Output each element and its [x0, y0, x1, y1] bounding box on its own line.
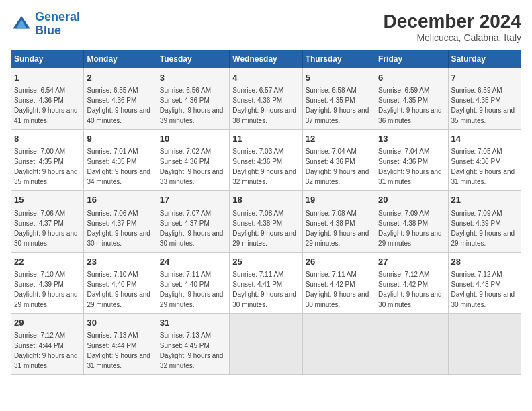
day-number: 29 [14, 317, 81, 329]
calendar-cell: 2 Sunrise: 6:55 AMSunset: 4:36 PMDayligh… [84, 68, 157, 130]
calendar-cell: 1 Sunrise: 6:54 AMSunset: 4:36 PMDayligh… [11, 68, 84, 130]
col-tuesday: Tuesday [157, 50, 229, 68]
day-info: Sunrise: 7:11 AMSunset: 4:42 PMDaylight:… [306, 271, 369, 308]
col-wednesday: Wednesday [230, 50, 302, 68]
day-info: Sunrise: 7:10 AMSunset: 4:40 PMDaylight:… [87, 271, 150, 308]
day-info: Sunrise: 7:10 AMSunset: 4:39 PMDaylight:… [14, 271, 78, 308]
day-info: Sunrise: 7:12 AMSunset: 4:43 PMDaylight:… [451, 271, 515, 308]
calendar-week-row: 1 Sunrise: 6:54 AMSunset: 4:36 PMDayligh… [11, 68, 521, 130]
calendar-cell: 11 Sunrise: 7:03 AMSunset: 4:36 PMDaylig… [230, 130, 302, 191]
day-info: Sunrise: 7:05 AMSunset: 4:36 PMDaylight:… [451, 148, 515, 185]
day-number: 3 [160, 72, 226, 84]
calendar-cell: 21 Sunrise: 7:09 AMSunset: 4:39 PMDaylig… [448, 191, 521, 252]
page-title: December 2024 [384, 11, 521, 32]
day-info: Sunrise: 7:03 AMSunset: 4:36 PMDaylight:… [232, 148, 296, 185]
day-number: 28 [451, 256, 518, 268]
day-info: Sunrise: 7:04 AMSunset: 4:36 PMDaylight:… [306, 148, 369, 185]
day-number: 23 [87, 256, 153, 268]
day-info: Sunrise: 6:54 AMSunset: 4:36 PMDaylight:… [14, 87, 78, 124]
day-number: 4 [232, 72, 299, 84]
day-number: 6 [378, 72, 445, 84]
day-number: 13 [378, 133, 445, 145]
calendar-cell: 28 Sunrise: 7:12 AMSunset: 4:43 PMDaylig… [448, 252, 521, 313]
day-number: 7 [451, 72, 518, 84]
calendar-cell: 31 Sunrise: 7:13 AMSunset: 4:45 PMDaylig… [157, 313, 229, 374]
day-number: 25 [232, 256, 299, 268]
calendar-cell: 5 Sunrise: 6:58 AMSunset: 4:35 PMDayligh… [302, 68, 375, 130]
day-number: 15 [14, 194, 81, 206]
day-info: Sunrise: 6:55 AMSunset: 4:36 PMDaylight:… [87, 87, 150, 124]
day-number: 26 [306, 256, 372, 268]
logo-text: General Blue [35, 11, 80, 38]
page-subtitle: Melicucca, Calabria, Italy [384, 32, 521, 43]
day-info: Sunrise: 7:04 AMSunset: 4:36 PMDaylight:… [378, 148, 442, 185]
calendar-cell: 13 Sunrise: 7:04 AMSunset: 4:36 PMDaylig… [375, 130, 448, 191]
day-info: Sunrise: 7:09 AMSunset: 4:39 PMDaylight:… [451, 210, 515, 247]
calendar-cell: 19 Sunrise: 7:08 AMSunset: 4:38 PMDaylig… [302, 191, 375, 252]
calendar-cell [230, 313, 302, 374]
calendar-body: 1 Sunrise: 6:54 AMSunset: 4:36 PMDayligh… [11, 68, 521, 375]
day-info: Sunrise: 7:00 AMSunset: 4:35 PMDaylight:… [14, 148, 78, 185]
day-number: 1 [14, 72, 81, 84]
calendar-week-row: 22 Sunrise: 7:10 AMSunset: 4:39 PMDaylig… [11, 252, 521, 313]
day-number: 2 [87, 72, 153, 84]
day-number: 11 [232, 133, 299, 145]
day-info: Sunrise: 7:06 AMSunset: 4:37 PMDaylight:… [14, 210, 78, 247]
day-info: Sunrise: 7:11 AMSunset: 4:40 PMDaylight:… [160, 271, 224, 308]
title-block: December 2024 Melicucca, Calabria, Italy [384, 11, 521, 43]
logo-icon [11, 13, 32, 35]
calendar-cell: 18 Sunrise: 7:08 AMSunset: 4:38 PMDaylig… [230, 191, 302, 252]
calendar-cell: 20 Sunrise: 7:09 AMSunset: 4:38 PMDaylig… [375, 191, 448, 252]
calendar-cell: 9 Sunrise: 7:01 AMSunset: 4:35 PMDayligh… [84, 130, 157, 191]
day-info: Sunrise: 7:06 AMSunset: 4:37 PMDaylight:… [87, 210, 150, 247]
day-number: 30 [87, 317, 153, 329]
day-info: Sunrise: 7:09 AMSunset: 4:38 PMDaylight:… [378, 210, 442, 247]
day-info: Sunrise: 7:02 AMSunset: 4:36 PMDaylight:… [160, 148, 224, 185]
calendar-cell: 15 Sunrise: 7:06 AMSunset: 4:37 PMDaylig… [11, 191, 84, 252]
day-number: 17 [160, 194, 226, 206]
day-number: 8 [14, 133, 81, 145]
col-friday: Friday [375, 50, 448, 68]
calendar-cell: 29 Sunrise: 7:12 AMSunset: 4:44 PMDaylig… [11, 313, 84, 374]
day-number: 19 [306, 194, 372, 206]
calendar-cell: 7 Sunrise: 6:59 AMSunset: 4:35 PMDayligh… [448, 68, 521, 130]
calendar-cell: 17 Sunrise: 7:07 AMSunset: 4:37 PMDaylig… [157, 191, 229, 252]
calendar-cell: 26 Sunrise: 7:11 AMSunset: 4:42 PMDaylig… [302, 252, 375, 313]
calendar-cell: 30 Sunrise: 7:13 AMSunset: 4:44 PMDaylig… [84, 313, 157, 374]
day-number: 9 [87, 133, 153, 145]
day-info: Sunrise: 7:13 AMSunset: 4:45 PMDaylight:… [160, 332, 224, 369]
day-info: Sunrise: 7:12 AMSunset: 4:44 PMDaylight:… [14, 332, 78, 369]
calendar-cell: 27 Sunrise: 7:12 AMSunset: 4:42 PMDaylig… [375, 252, 448, 313]
calendar-cell: 3 Sunrise: 6:56 AMSunset: 4:36 PMDayligh… [157, 68, 229, 130]
day-number: 22 [14, 256, 81, 268]
day-info: Sunrise: 7:11 AMSunset: 4:41 PMDaylight:… [232, 271, 296, 308]
calendar-cell: 10 Sunrise: 7:02 AMSunset: 4:36 PMDaylig… [157, 130, 229, 191]
day-number: 31 [160, 317, 226, 329]
day-info: Sunrise: 7:08 AMSunset: 4:38 PMDaylight:… [306, 210, 369, 247]
calendar-cell: 16 Sunrise: 7:06 AMSunset: 4:37 PMDaylig… [84, 191, 157, 252]
calendar-cell: 24 Sunrise: 7:11 AMSunset: 4:40 PMDaylig… [157, 252, 229, 313]
calendar-week-row: 8 Sunrise: 7:00 AMSunset: 4:35 PMDayligh… [11, 130, 521, 191]
day-info: Sunrise: 6:58 AMSunset: 4:35 PMDaylight:… [306, 87, 369, 124]
day-number: 14 [451, 133, 518, 145]
day-info: Sunrise: 6:57 AMSunset: 4:36 PMDaylight:… [232, 87, 296, 124]
calendar-cell: 25 Sunrise: 7:11 AMSunset: 4:41 PMDaylig… [230, 252, 302, 313]
day-info: Sunrise: 6:59 AMSunset: 4:35 PMDaylight:… [451, 87, 515, 124]
day-number: 20 [378, 194, 445, 206]
day-number: 16 [87, 194, 153, 206]
col-monday: Monday [84, 50, 157, 68]
calendar-cell: 12 Sunrise: 7:04 AMSunset: 4:36 PMDaylig… [302, 130, 375, 191]
calendar-cell [448, 313, 521, 374]
calendar-week-row: 15 Sunrise: 7:06 AMSunset: 4:37 PMDaylig… [11, 191, 521, 252]
logo: General Blue [11, 11, 80, 38]
calendar-cell: 22 Sunrise: 7:10 AMSunset: 4:39 PMDaylig… [11, 252, 84, 313]
day-info: Sunrise: 6:59 AMSunset: 4:35 PMDaylight:… [378, 87, 442, 124]
col-saturday: Saturday [448, 50, 521, 68]
day-info: Sunrise: 6:56 AMSunset: 4:36 PMDaylight:… [160, 87, 224, 124]
day-number: 27 [378, 256, 445, 268]
calendar-cell [302, 313, 375, 374]
calendar-cell: 8 Sunrise: 7:00 AMSunset: 4:35 PMDayligh… [11, 130, 84, 191]
day-info: Sunrise: 7:01 AMSunset: 4:35 PMDaylight:… [87, 148, 150, 185]
day-number: 18 [232, 194, 299, 206]
day-number: 5 [306, 72, 372, 84]
